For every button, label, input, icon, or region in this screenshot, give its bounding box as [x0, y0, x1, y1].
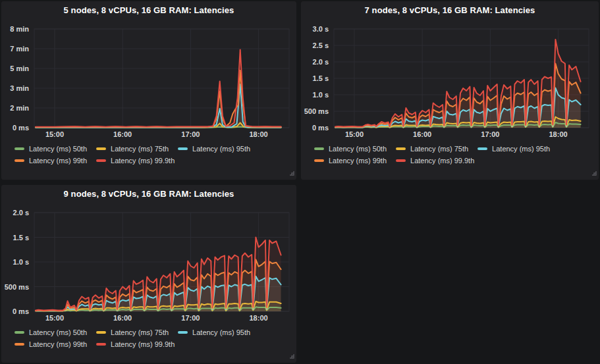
legend-item[interactable]: Latency (ms) 50th	[14, 328, 87, 336]
legend-label: Latency (ms) 99th	[29, 157, 87, 165]
x-axis-tick-label: 18:00	[249, 314, 267, 322]
latency-time-series-chart[interactable]: 0 ms500 ms1.0 s1.5 s2.0 s2.5 s3.0 s15:00…	[301, 18, 595, 140]
legend-item[interactable]: Latency (ms) 75th	[396, 145, 468, 153]
legend-label: Latency (ms) 95th	[492, 145, 550, 153]
series-color-swatch-icon	[96, 343, 106, 346]
x-axis-tick-label: 17:00	[481, 130, 499, 138]
legend-label: Latency (ms) 95th	[192, 145, 250, 153]
latency-time-series-chart[interactable]: 0 ms2 min3 min5 min7 min8 min15:0016:001…	[1, 18, 295, 140]
panel-resize-handle-icon[interactable]	[289, 350, 294, 361]
legend-item[interactable]: Latency (ms) 95th	[178, 328, 250, 336]
series-color-swatch-icon	[14, 331, 24, 334]
series-color-swatch-icon	[178, 331, 188, 334]
x-axis-tick-label: 15:00	[345, 130, 364, 138]
series-line	[36, 70, 281, 127]
y-axis-tick-label: 1.0 s	[313, 91, 329, 99]
y-axis-tick-label: 5 min	[10, 65, 29, 72]
y-axis-tick-label: 500 ms	[5, 283, 29, 291]
x-axis-tick-label: 16:00	[113, 314, 132, 322]
panel-title[interactable]: 5 nodes, 8 vCPUs, 16 GB RAM: Latencies	[1, 1, 296, 18]
panel-9-nodes-latencies: 9 nodes, 8 vCPUs, 16 GB RAM: Latencies 0…	[1, 185, 296, 363]
x-axis-tick-label: 15:00	[45, 130, 64, 138]
x-axis-tick-label: 17:00	[181, 130, 200, 138]
legend-item[interactable]: Latency (ms) 75th	[96, 145, 169, 153]
legend-label: Latency (ms) 75th	[111, 328, 169, 336]
series-color-swatch-icon	[96, 159, 106, 162]
legend-label: Latency (ms) 99.9th	[111, 157, 175, 165]
legend-item[interactable]: Latency (ms) 75th	[96, 328, 169, 336]
y-axis-tick-label: 3 min	[10, 84, 29, 92]
series-color-swatch-icon	[14, 147, 24, 150]
legend-item[interactable]: Latency (ms) 99.9th	[96, 340, 175, 348]
legend-label: Latency (ms) 50th	[29, 328, 87, 336]
legend-item[interactable]: Latency (ms) 50th	[14, 145, 87, 153]
dashboard-grid: 5 nodes, 8 vCPUs, 16 GB RAM: Latencies 0…	[0, 0, 600, 364]
legend-label: Latency (ms) 99.9th	[111, 340, 175, 348]
y-axis-tick-label: 2 min	[10, 104, 29, 112]
legend-item[interactable]: Latency (ms) 99th	[314, 157, 387, 165]
y-axis-tick-label: 2.0 s	[13, 209, 29, 217]
x-axis-tick-label: 16:00	[113, 130, 132, 138]
x-axis-tick-label: 16:00	[413, 130, 431, 138]
series-color-swatch-icon	[477, 147, 487, 150]
legend-label: Latency (ms) 99th	[329, 157, 387, 165]
legend-label: Latency (ms) 75th	[111, 145, 169, 153]
legend-item[interactable]: Latency (ms) 99th	[14, 340, 87, 348]
y-axis-tick-label: 0 ms	[13, 307, 29, 315]
series-lines	[36, 50, 281, 128]
series-color-swatch-icon	[178, 147, 188, 150]
x-axis-tick-label: 15:00	[45, 314, 64, 322]
series-color-swatch-icon	[396, 159, 406, 162]
legend-label: Latency (ms) 75th	[410, 145, 468, 153]
legend-item[interactable]: Latency (ms) 99.9th	[396, 157, 474, 165]
panel-7-nodes-latencies: 7 nodes, 8 vCPUs, 16 GB RAM: Latencies 0…	[301, 1, 599, 180]
x-axis-tick-label: 17:00	[181, 314, 200, 322]
y-axis-tick-label: 1.5 s	[13, 234, 29, 242]
y-axis-tick-label: 0 ms	[312, 124, 329, 132]
legend-label: Latency (ms) 99th	[29, 340, 87, 348]
series-color-swatch-icon	[14, 159, 24, 162]
legend: Latency (ms) 50thLatency (ms) 75thLatenc…	[1, 323, 296, 352]
y-axis-tick-label: 1.5 s	[313, 74, 329, 82]
panel-resize-handle-icon[interactable]	[289, 167, 294, 178]
y-axis-tick-label: 3.0 s	[313, 25, 329, 33]
y-axis-tick-label: 8 min	[10, 25, 29, 33]
panel-title[interactable]: 7 nodes, 8 vCPUs, 16 GB RAM: Latencies	[301, 1, 599, 18]
y-axis-tick-label: 2.0 s	[313, 58, 329, 66]
panel-title[interactable]: 9 nodes, 8 vCPUs, 16 GB RAM: Latencies	[1, 185, 296, 202]
legend-item[interactable]: Latency (ms) 95th	[178, 145, 250, 153]
legend-label: Latency (ms) 50th	[29, 145, 87, 153]
latency-time-series-chart[interactable]: 0 ms500 ms1.0 s1.5 s2.0 s15:0016:0017:00…	[1, 202, 295, 323]
legend-label: Latency (ms) 99.9th	[410, 157, 474, 165]
x-axis-tick-label: 18:00	[549, 130, 567, 138]
legend: Latency (ms) 50thLatency (ms) 75thLatenc…	[301, 140, 599, 169]
series-color-swatch-icon	[314, 159, 324, 162]
series-color-swatch-icon	[96, 331, 106, 334]
legend-item[interactable]: Latency (ms) 50th	[314, 145, 387, 153]
y-axis-tick-label: 0 ms	[13, 124, 29, 132]
panel-resize-handle-icon[interactable]	[591, 167, 597, 178]
panel-5-nodes-latencies: 5 nodes, 8 vCPUs, 16 GB RAM: Latencies 0…	[1, 1, 296, 180]
legend-item[interactable]: Latency (ms) 95th	[477, 145, 550, 153]
legend-label: Latency (ms) 50th	[329, 145, 387, 153]
y-axis-tick-label: 1.0 s	[13, 258, 29, 266]
series-color-swatch-icon	[396, 147, 406, 150]
y-axis-tick-label: 7 min	[10, 45, 29, 53]
y-axis-tick-label: 500 ms	[304, 107, 329, 115]
y-axis-tick-label: 2.5 s	[313, 41, 329, 49]
legend: Latency (ms) 50thLatency (ms) 75thLatenc…	[1, 140, 296, 169]
legend-item[interactable]: Latency (ms) 99th	[14, 157, 87, 165]
grid-and-axes: 0 ms2 min3 min5 min7 min8 min15:0016:001…	[10, 25, 289, 138]
legend-label: Latency (ms) 95th	[192, 328, 250, 336]
legend-item[interactable]: Latency (ms) 99.9th	[96, 157, 175, 165]
x-axis-tick-label: 18:00	[249, 130, 267, 138]
series-color-swatch-icon	[14, 343, 24, 346]
series-color-swatch-icon	[96, 147, 106, 150]
series-color-swatch-icon	[314, 147, 324, 150]
